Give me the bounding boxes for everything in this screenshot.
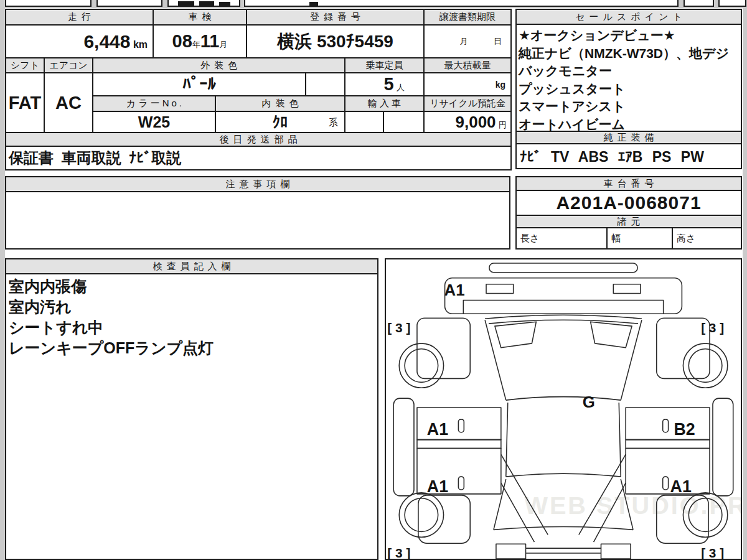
color-no-header: カラーNo. bbox=[93, 96, 215, 111]
door-rear-right bbox=[626, 448, 710, 493]
transfer-day-label: 日 bbox=[494, 37, 502, 46]
door-handle-front-left bbox=[458, 419, 464, 432]
import-header: 輸入車 bbox=[345, 96, 424, 111]
chassis-header: 車台番号 bbox=[517, 177, 741, 191]
transfer-deadline-value: 月 日 bbox=[424, 25, 511, 58]
cutoff-text-fragment bbox=[219, 2, 230, 6]
wiper-right bbox=[591, 322, 632, 348]
exterior-color-header: 外装色 bbox=[93, 58, 345, 73]
tire-fl-grade: [ 3 ] bbox=[387, 320, 410, 335]
door-handle-front-right bbox=[663, 419, 669, 432]
wheel-front-left bbox=[399, 343, 443, 388]
vehicle-info-table: 走行 車検 登録番号 譲渡書類期限 6,448 km 08年11月 横浜 530… bbox=[5, 9, 512, 170]
mileage-header: 走行 bbox=[6, 9, 153, 25]
shift-value: FAT bbox=[6, 73, 44, 133]
specs-row: 長さ 幅 高さ bbox=[517, 228, 741, 248]
door-fr-damage-label: B2 bbox=[674, 420, 695, 439]
windshield-top-arc bbox=[485, 315, 642, 319]
hood-vent-left bbox=[486, 284, 514, 294]
shaken-year: 08 bbox=[172, 31, 192, 51]
shaken-value: 08年11月 bbox=[153, 25, 247, 58]
capacity-value: 5 人 bbox=[345, 73, 424, 96]
door-handle-rear-left bbox=[458, 477, 464, 490]
inspector-line: シートすれ中 bbox=[9, 317, 377, 338]
oem-equipment-header: 純正装備 bbox=[517, 131, 741, 144]
chassis-block: 車台番号 A201A-0068071 諸元 長さ 幅 高さ bbox=[515, 176, 742, 250]
car-diagram-block: WEB STUDIO.PRO bbox=[385, 258, 742, 560]
later-parts-value: 保証書 車両取説 ﾅﾋﾞ取説 bbox=[6, 146, 511, 170]
inspector-block: 検査員記入欄 室内内張傷 室内汚れ シートすれ中 レーンキープOFFランプ点灯 bbox=[5, 258, 378, 560]
inspector-line: レーンキープOFFランプ点灯 bbox=[9, 338, 377, 358]
transfer-month-label: 月 bbox=[460, 37, 468, 46]
cutoff-text-fragment bbox=[309, 2, 318, 6]
page-edge-left bbox=[0, 0, 5, 560]
sales-point-line: バックモニター bbox=[519, 62, 741, 80]
door-front-right bbox=[626, 408, 710, 440]
mileage-number: 6,448 bbox=[83, 31, 130, 52]
import-cell-1 bbox=[345, 111, 383, 133]
interior-color-header: 内装色 bbox=[215, 96, 345, 111]
inspector-line: 室内汚れ bbox=[9, 297, 377, 317]
inspector-body: 室内内張傷 室内汚れ シートすれ中 レーンキープOFFランプ点灯 bbox=[6, 274, 377, 358]
interior-color-text: ｸﾛ bbox=[273, 113, 288, 131]
aircon-value: AC bbox=[44, 73, 93, 133]
import-cell-2 bbox=[383, 111, 424, 133]
cutoff-cell bbox=[718, 0, 746, 7]
interior-color-value: ｸﾛ 系 bbox=[215, 111, 345, 133]
door-band-right bbox=[626, 440, 710, 449]
a-pillar-left bbox=[485, 320, 506, 400]
tire-rr-grade: [ 3 ] bbox=[701, 546, 724, 559]
color-no-value: W25 bbox=[93, 111, 215, 133]
sales-points-header: セールスポイント bbox=[517, 10, 741, 25]
aircon-header: エアコン bbox=[44, 58, 93, 73]
chassis-number: A201A-0068071 bbox=[517, 191, 741, 215]
door-fl-damage-label: A1 bbox=[427, 420, 448, 439]
recycle-value: 9,000 円 bbox=[424, 111, 511, 133]
notes-header: 注意事項欄 bbox=[6, 177, 509, 192]
later-parts-header: 後日発送部品 bbox=[6, 133, 511, 146]
cutoff-row bbox=[0, 0, 747, 7]
shaken-month-unit: 月 bbox=[220, 40, 228, 49]
spec-width-cell: 幅 bbox=[608, 228, 673, 248]
windshield-inner-arc bbox=[489, 320, 638, 324]
recycle-unit: 円 bbox=[499, 120, 507, 129]
rear-light-right bbox=[601, 544, 631, 559]
oem-equipment-value: ﾅﾋﾞ TV ABS ｴｱB PS PW bbox=[517, 146, 741, 168]
notes-block: 注意事項欄 bbox=[5, 176, 510, 250]
door-band-left bbox=[417, 440, 501, 449]
door-handle-rear-right bbox=[663, 477, 669, 490]
hood-damage-label: A1 bbox=[444, 281, 465, 299]
hood-vent-right bbox=[613, 284, 641, 294]
cutoff-text-fragment bbox=[178, 1, 194, 6]
windshield-bottom-arc bbox=[506, 397, 621, 400]
mileage-unit: km bbox=[133, 39, 148, 50]
transfer-deadline-header: 譲渡書類期限 bbox=[424, 9, 511, 25]
hood-panel bbox=[445, 278, 682, 314]
exterior-color-extra-cell bbox=[306, 73, 345, 96]
glass-damage-label: G bbox=[583, 393, 595, 411]
inspector-header: 検査員記入欄 bbox=[6, 259, 377, 274]
roof-sides bbox=[506, 403, 621, 477]
car-diagram: WEB STUDIO.PRO bbox=[386, 259, 741, 559]
max-load-unit: kg bbox=[496, 80, 505, 90]
page-edge-right bbox=[743, 0, 747, 560]
spec-length-label: 長さ bbox=[520, 233, 539, 243]
sales-point-line: スマートアシスト bbox=[519, 98, 741, 116]
shift-header: シフト bbox=[6, 58, 44, 73]
sales-points-block: セールスポイント ★オークションデビュー★ 純正ナビ（NMZK-W73D）、地デ… bbox=[515, 9, 742, 169]
rear-light-left bbox=[496, 544, 526, 559]
max-load-value: kg bbox=[424, 73, 511, 96]
a-pillar-right bbox=[621, 320, 642, 400]
shaken-month: 11 bbox=[200, 31, 220, 51]
roof-rear-arc bbox=[506, 474, 621, 477]
wiper-left bbox=[495, 322, 536, 348]
tire-rl-grade: [ 3 ] bbox=[387, 546, 410, 559]
sales-points-body: ★オークションデビュー★ 純正ナビ（NMZK-W73D）、地デジ バックモニター… bbox=[517, 25, 741, 133]
rocker-left bbox=[393, 398, 414, 496]
mileage-value: 6,448 km bbox=[6, 25, 153, 58]
spec-height-label: 高さ bbox=[677, 233, 695, 243]
capacity-number: 5 bbox=[383, 74, 393, 94]
recycle-header: リサイクル預託金 bbox=[424, 96, 511, 111]
cutoff-cell bbox=[5, 0, 92, 7]
rear-fender-left bbox=[418, 495, 470, 543]
